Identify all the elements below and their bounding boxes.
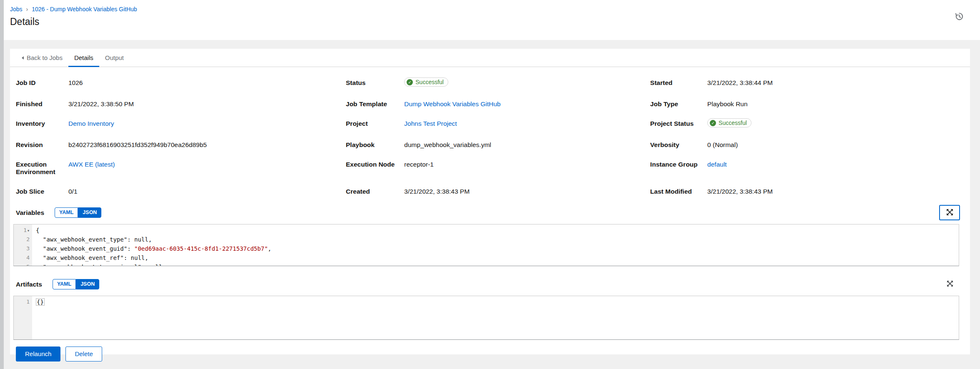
- field-instance-group: Instance Groupdefault: [650, 161, 964, 176]
- delete-button[interactable]: Delete: [65, 347, 102, 362]
- check-circle-icon: ✓: [407, 79, 413, 85]
- editor-code: {: [32, 226, 39, 235]
- field-value-link[interactable]: Johns Test Project: [404, 120, 465, 127]
- field-value: 0 (Normal): [707, 141, 746, 149]
- artifacts-json-button[interactable]: JSON: [76, 279, 99, 289]
- field-value: 1026: [68, 79, 91, 87]
- field-project-status: Project Status✓Successful: [650, 120, 964, 129]
- field-label: Project: [346, 120, 404, 127]
- field-value: 3/21/2022, 3:38:44 PM: [707, 79, 781, 87]
- field-job-template: Job TemplateDump Webhook Variables GitHu…: [346, 100, 650, 108]
- caret-left-icon: [22, 56, 24, 60]
- line-number: 1▾: [14, 226, 32, 235]
- editor-line: 2 "awx_webhook_event_type": null,: [14, 235, 959, 244]
- variables-editor[interactable]: 1▾{2 "awx_webhook_event_type": null,3 "a…: [13, 224, 959, 266]
- variables-label: Variables: [16, 209, 44, 217]
- field-value-link[interactable]: default: [707, 161, 735, 168]
- fold-caret-icon[interactable]: ▾: [27, 228, 30, 233]
- field-job-id: Job ID1026: [16, 79, 346, 88]
- expand-arrows-icon: [947, 280, 953, 288]
- field-value: ✓Successful: [404, 79, 457, 88]
- field-inventory: InventoryDemo Inventory: [16, 120, 346, 129]
- editor-code: "awx_webhook_event_ref": null,: [32, 253, 148, 262]
- breadcrumb: Jobs › 1026 - Dump Webhook Variables Git…: [10, 6, 964, 12]
- editor-line: 1▾{: [14, 226, 959, 235]
- details-grid: Job ID1026Status✓SuccessfulStarted3/21/2…: [10, 67, 970, 195]
- tab-output[interactable]: Output: [99, 49, 130, 67]
- field-label: Instance Group: [650, 161, 707, 168]
- field-status: Status✓Successful: [346, 79, 650, 88]
- field-last-modified: Last Modified3/21/2022, 3:38:43 PM: [650, 188, 964, 195]
- artifacts-label: Artifacts: [16, 281, 42, 288]
- artifacts-editor[interactable]: 1{}: [13, 296, 959, 340]
- field-label: Finished: [16, 100, 68, 108]
- editor-code: "awx_webhook_event_type": null,: [32, 235, 152, 244]
- status-badge-label: Successful: [415, 79, 444, 85]
- field-execution-environment: Execution EnvironmentAWX EE (latest): [16, 161, 346, 176]
- line-number: 4: [14, 253, 32, 262]
- variables-editor-lines: 1▾{2 "awx_webhook_event_type": null,3 "a…: [14, 224, 959, 266]
- breadcrumb-item-jobs[interactable]: Jobs: [10, 6, 23, 12]
- field-value: 3/21/2022, 3:38:43 PM: [707, 188, 781, 195]
- field-value: Playbook Run: [707, 100, 756, 108]
- field-label: Job Type: [650, 100, 707, 108]
- field-label: Started: [650, 79, 707, 87]
- tab-details[interactable]: Details: [68, 49, 99, 67]
- check-circle-icon: ✓: [710, 120, 716, 126]
- field-value-link[interactable]: AWX EE (latest): [68, 161, 123, 168]
- variables-json-button[interactable]: JSON: [78, 207, 101, 218]
- artifacts-yaml-json-toggle: YAML JSON: [53, 279, 99, 289]
- field-label: Verbosity: [650, 141, 707, 149]
- tab-output-label: Output: [105, 54, 124, 61]
- relaunch-button[interactable]: Relaunch: [16, 347, 60, 362]
- editor-code: "awx_webhook_status_api_url": null,: [32, 262, 166, 266]
- field-project: ProjectJohns Test Project: [346, 120, 650, 129]
- field-value-link[interactable]: Dump Webhook Variables GitHub: [404, 100, 509, 108]
- history-icon: [955, 16, 964, 22]
- tab-back-to-jobs[interactable]: Back to Jobs: [16, 49, 68, 67]
- field-label: Revision: [16, 141, 68, 149]
- field-label: Playbook: [346, 141, 404, 149]
- artifacts-expand-button[interactable]: [944, 278, 956, 290]
- field-label: Status: [346, 79, 404, 87]
- field-revision: Revisionb2402723f6816903251fd352f949b70e…: [16, 141, 346, 149]
- field-value: receptor-1: [404, 161, 442, 168]
- field-value: 0/1: [68, 188, 86, 195]
- field-value: 3/21/2022, 3:38:50 PM: [68, 100, 142, 108]
- field-label: Job ID: [16, 79, 68, 87]
- artifacts-section-header: Artifacts YAML JSON: [10, 279, 970, 289]
- history-button[interactable]: [954, 11, 965, 23]
- field-label: Created: [346, 188, 404, 195]
- variables-yaml-button[interactable]: YAML: [55, 207, 78, 218]
- editor-line: 4 "awx_webhook_event_ref": null,: [14, 253, 959, 262]
- artifacts-editor-lines: 1{}: [14, 296, 959, 307]
- breadcrumb-item-current[interactable]: 1026 - Dump Webhook Variables GitHub: [32, 6, 137, 12]
- actions-bar: Relaunch Delete: [10, 340, 970, 362]
- content-card: Back to Jobs Details Output Job ID1026St…: [10, 49, 970, 354]
- page-header: Jobs › 1026 - Dump Webhook Variables Git…: [0, 0, 980, 40]
- editor-code: "awx_webhook_event_guid": "0ed69aac-6035…: [32, 244, 271, 253]
- field-started: Started3/21/2022, 3:38:44 PM: [650, 79, 964, 88]
- variables-yaml-json-toggle: YAML JSON: [55, 207, 101, 218]
- field-label: Job Template: [346, 100, 404, 108]
- breadcrumb-separator-icon: ›: [26, 6, 28, 12]
- line-number: 2: [14, 235, 32, 244]
- field-finished: Finished3/21/2022, 3:38:50 PM: [16, 100, 346, 108]
- page-title: Details: [10, 16, 964, 27]
- variables-section-header: Variables YAML JSON: [10, 207, 970, 218]
- field-label: Last Modified: [650, 188, 707, 195]
- field-job-slice: Job Slice0/1: [16, 188, 346, 195]
- tabs: Back to Jobs Details Output: [10, 49, 970, 67]
- field-value: 3/21/2022, 3:38:43 PM: [404, 188, 478, 195]
- variables-expand-button[interactable]: [939, 205, 960, 220]
- field-value-link[interactable]: Demo Inventory: [68, 120, 122, 127]
- field-value: b2402723f6816903251fd352f949b70ea26d89b5: [68, 141, 215, 149]
- line-number: 3: [14, 244, 32, 253]
- field-verbosity: Verbosity0 (Normal): [650, 141, 964, 149]
- expand-arrows-icon: [946, 209, 953, 217]
- line-number: 1: [14, 297, 32, 307]
- field-label: Inventory: [16, 120, 68, 127]
- field-label: Job Slice: [16, 188, 68, 195]
- artifacts-yaml-button[interactable]: YAML: [53, 279, 76, 289]
- field-label: Execution Environment: [16, 161, 68, 176]
